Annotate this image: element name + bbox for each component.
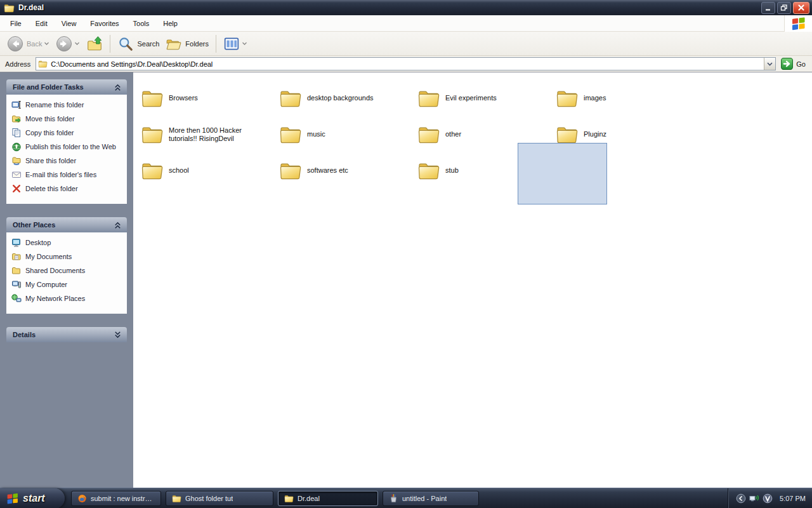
publish-icon [11,142,22,152]
task-item-label: E-mail this folder's files [25,170,118,179]
panel-header-other-places[interactable]: Other Places [6,217,127,232]
search-button[interactable]: Search [114,34,162,54]
my-computer-icon [11,279,22,290]
folder-icon [284,494,294,503]
panel-header-file-and-folder-tasks[interactable]: File and Folder Tasks [6,79,127,95]
delete-icon [11,184,22,194]
task-item-label: Copy this folder [25,128,118,137]
menu-item-edit[interactable]: Edit [30,18,53,29]
task-item-shared-documents[interactable]: Shared Documents [11,265,124,276]
taskbar-button-submit-new-instruct[interactable]: submit : new instruct... [71,491,161,506]
panel-header-details[interactable]: Details [6,327,127,342]
task-item-my-network-places[interactable]: My Network Places [11,293,124,304]
minimize-button[interactable] [761,2,775,14]
task-item-rename-this-folder[interactable]: Rename this folder [11,100,124,110]
folder-icon [4,3,15,13]
task-item-publish-this-folder-to-the-web[interactable]: Publish this folder to the Web [11,142,124,152]
folder-tile-desktop-backgrounds[interactable]: desktop backgrounds [279,80,417,116]
menu-item-tools[interactable]: Tools [128,18,155,29]
folder-icon [417,88,440,108]
task-item-share-this-folder[interactable]: Share this folder [11,156,124,166]
back-dropdown-icon[interactable] [44,41,49,46]
close-button[interactable] [793,2,809,14]
go-button[interactable]: Go [776,58,809,70]
taskbar-button-dr-deal[interactable]: Dr.deal [278,491,378,506]
task-item-label: Rename this folder [25,100,118,109]
task-item-label: Publish this folder to the Web [25,142,118,151]
folder-label: desktop backgrounds [307,94,374,102]
taskbar-button-label: untitled - Paint [402,495,447,502]
taskbar: start submit : new instruct...Ghost fold… [0,488,812,508]
my-network-places-icon [11,293,22,304]
main-area: File and Folder TasksRename this folderM… [0,72,812,488]
folder-icon [556,88,579,108]
task-item-move-this-folder[interactable]: Move this folder [11,114,124,124]
menu-item-file[interactable]: File [5,18,27,29]
menu-item-favorites[interactable]: Favorites [85,18,124,29]
panel-file-and-folder-tasks: File and Folder TasksRename this folderM… [6,79,127,204]
folder-tile-school[interactable]: school [141,152,279,189]
taskbar-button-label: submit : new instruct... [91,495,155,502]
task-item-label: My Documents [25,251,118,261]
task-item-label: Delete this folder [25,184,118,193]
task-item-label: My Computer [25,279,118,289]
task-item-desktop[interactable]: Desktop [11,237,124,248]
folder-label: Browsers [169,94,198,102]
task-item-label: Move this folder [25,114,118,123]
views-icon [223,36,240,52]
folder-tile-more-then-1000-hacker-tutorials-risingdevil[interactable]: More then 1000 Hacker tutorials!! Rising… [141,116,279,152]
folder-tile-images[interactable]: images [556,80,694,116]
menu-item-help[interactable]: Help [158,18,183,29]
desktop-icon [11,237,22,248]
folder-tile-music[interactable]: music [279,116,417,152]
start-button[interactable]: start [0,488,65,508]
folder-icon [141,161,164,180]
task-item-my-documents[interactable]: My Documents [11,251,124,262]
email-icon [11,170,22,180]
folder-label: stub [445,166,459,175]
collapse-chevron-icon[interactable] [736,493,746,504]
task-item-copy-this-folder[interactable]: Copy this folder [11,128,124,138]
folders-label: Folders [185,40,209,48]
folder-tile-evil-experiments[interactable]: Evil experiments [417,80,556,116]
up-icon [86,36,103,52]
start-flag-icon [6,492,19,505]
folder-icon [417,161,440,180]
rename-icon [11,100,22,110]
folder-view[interactable]: Browsersdesktop backgroundsEvil experime… [133,72,812,488]
menu-bar: FileEditViewFavoritesToolsHelp [0,15,812,32]
start-label: start [23,493,45,504]
views-dropdown-icon[interactable] [242,41,247,46]
address-input[interactable]: C:\Documents and Settings\Dr.Deal\Deskto… [36,57,776,70]
task-item-my-computer[interactable]: My Computer [11,279,124,290]
folder-label: other [445,130,461,138]
folder-tile-browsers[interactable]: Browsers [141,80,279,116]
network-icon[interactable] [749,493,759,504]
windows-logo-icon [791,16,806,31]
taskbar-button-untitled-paint[interactable]: untitled - Paint [383,491,479,506]
shield-icon[interactable] [763,493,773,504]
task-item-delete-this-folder[interactable]: Delete this folder [11,184,124,194]
folders-button[interactable]: Folders [162,34,212,54]
task-item-label: Shared Documents [25,265,118,275]
copy-icon [11,128,22,138]
paint-icon [389,494,398,503]
views-button[interactable] [220,34,251,54]
folder-label: More then 1000 Hacker tutorials!! Rising… [169,126,256,143]
forward-button[interactable] [53,34,83,54]
folder-tile-softwares-etc[interactable]: softwares etc [279,152,417,189]
forward-dropdown-icon[interactable] [74,41,80,46]
menu-item-view[interactable]: View [56,18,82,29]
restore-button[interactable] [777,2,791,14]
task-item-e-mail-this-folder-s-files[interactable]: E-mail this folder's files [11,170,124,180]
address-dropdown-button[interactable] [764,58,775,70]
panel-title: Other Places [13,221,55,229]
folder-label: Pluginz [584,130,606,138]
back-button[interactable]: Back [4,34,53,54]
folder-icon [279,161,302,180]
up-button[interactable] [83,34,106,54]
selection-rectangle [518,143,607,204]
taskbar-button-ghost-folder-tut[interactable]: Ghost folder tut [166,491,273,506]
go-icon [781,58,793,70]
folder-icon [556,124,579,144]
